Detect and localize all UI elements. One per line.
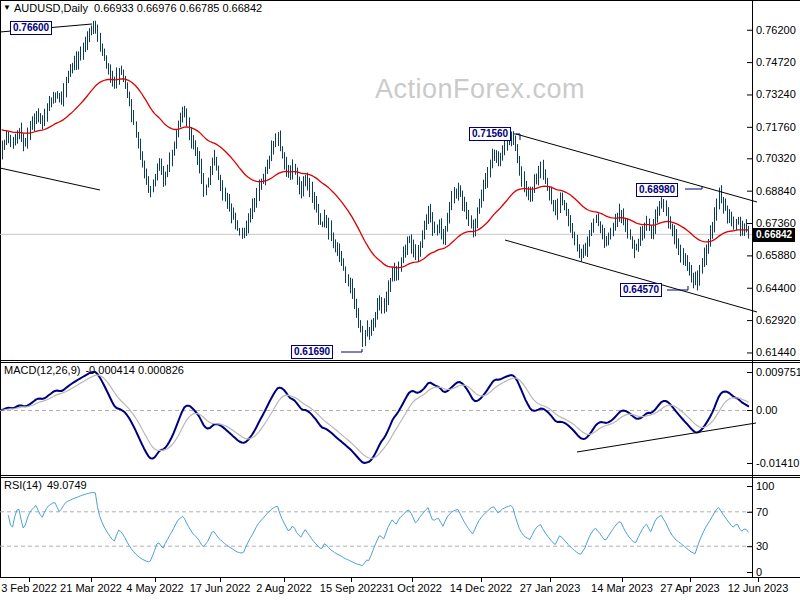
macd-signal-line (2, 375, 748, 458)
price-tag-0.68980: 0.68980 (636, 183, 678, 197)
rsi-label: RSI(14) (4, 479, 42, 491)
date-label: 17 Jun 2022 (190, 582, 251, 594)
x-axis-date-labels: 3 Feb 202221 Mar 20224 May 202217 Jun 20… (1, 578, 788, 594)
price-tag-0.71560: 0.71560 (469, 127, 511, 141)
chart-canvas: 0.762000.747200.732400.717600.703200.688… (0, 0, 800, 600)
date-label: 27 Apr 2023 (660, 582, 719, 594)
rsi-tick-label: 100 (756, 480, 774, 492)
macd-tick-label: 0.00 (756, 404, 777, 416)
current-price-tag: 0.66842 (753, 228, 795, 242)
date-label: 21 Mar 2022 (60, 582, 122, 594)
date-label: 12 Jun 2023 (728, 582, 789, 594)
date-label: 31 Oct 2022 (382, 582, 442, 594)
macd-panel-label: MACD(12,26,9)-0.000414 0.000826 (4, 364, 184, 376)
symbol-period-label: AUDUSD,Daily (14, 2, 88, 14)
y-tick-label: 0.61440 (756, 346, 796, 358)
trendline (0, 168, 100, 190)
macd-main-line (2, 372, 748, 463)
moving-average-path (2, 79, 748, 268)
rsi-panel-label: RSI(14)49.0749 (4, 479, 87, 491)
y-tick-label: 0.76200 (756, 24, 796, 36)
date-label: 2 Aug 2022 (256, 582, 312, 594)
y-tick-label: 0.70320 (756, 152, 796, 164)
rsi-tick-label: 70 (756, 506, 768, 518)
trendline (505, 240, 757, 312)
date-label: 4 May 2022 (126, 582, 183, 594)
date-label: 14 Mar 2023 (591, 582, 653, 594)
price-tag-0.76600: 0.76600 (10, 21, 52, 35)
y-tick-label: 0.62920 (756, 314, 796, 326)
rsi-value: 49.0749 (47, 479, 87, 491)
panel-borders (0, 0, 800, 578)
macd-tick-label: 0.009751 (756, 366, 800, 378)
rsi-tick-label: 30 (756, 540, 768, 552)
macd-trendline (577, 423, 756, 452)
y-tick-label: 0.74720 (756, 56, 796, 68)
price-label-connector (341, 349, 362, 352)
symbol-dropdown-icon[interactable]: ▼ (3, 3, 11, 12)
ohlc-values: 0.66933 0.66976 0.66785 0.66842 (94, 2, 262, 14)
rsi-tick-label: 0 (756, 566, 762, 578)
rsi-path (8, 493, 748, 566)
y-tick-label: 0.65880 (756, 249, 796, 261)
dashed-gridlines (0, 411, 752, 547)
date-label: 27 Jan 2023 (520, 582, 581, 594)
macd-lines (2, 372, 756, 463)
price-label-connector (685, 186, 702, 189)
price-tag-0.61690: 0.61690 (291, 345, 333, 359)
y-tick-label: 0.68840 (756, 185, 796, 197)
y-tick-label: 0.64400 (756, 282, 796, 294)
moving-average-line (2, 79, 748, 268)
y-axis-labels: 0.762000.747200.732400.717600.703200.688… (747, 24, 800, 578)
price-tag-0.64570: 0.64570 (620, 283, 662, 297)
date-label: 15 Sep 2022 (320, 582, 382, 594)
macd-label: MACD(12,26,9) (4, 364, 80, 376)
y-tick-label: 0.71760 (756, 121, 796, 133)
trendlines (0, 24, 757, 312)
macd-tick-label: -0.014107 (756, 457, 800, 469)
chart-title: AUDUSD,Daily0.66933 0.66976 0.66785 0.66… (14, 2, 262, 14)
date-label: 14 Dec 2022 (450, 582, 512, 594)
y-tick-label: 0.73240 (756, 88, 796, 100)
rsi-line (8, 493, 748, 566)
macd-values: -0.000414 0.000826 (85, 364, 183, 376)
chart-window: ActionForex.com 0.762000.747200.732400.7… (0, 0, 800, 600)
date-label: 3 Feb 2022 (1, 582, 57, 594)
